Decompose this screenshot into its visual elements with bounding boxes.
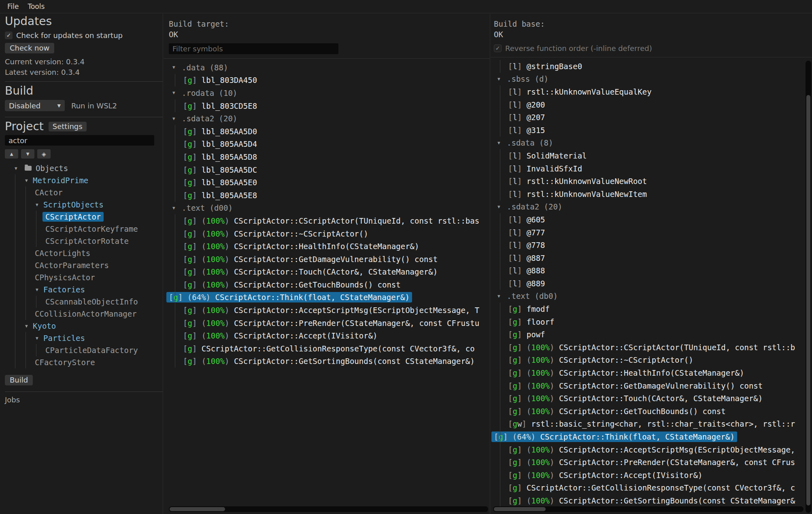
tree-item-Particles[interactable]: ▼Particles [5,332,163,344]
filter-symbols-input[interactable] [169,43,338,54]
symbol-row[interactable]: [g] lbl_803CD5E8 [169,99,490,112]
expand-triangle-icon[interactable]: ▼ [15,166,22,171]
symbol-row[interactable]: [g] CScriptActor::GetCollisionResponseTy… [494,482,812,495]
tree-item-Kyoto[interactable]: ▼Kyoto [5,320,163,332]
symbol-row[interactable]: [g] (100%) CScriptActor::HealthInfo(CSta… [494,366,812,379]
expand-triangle-icon[interactable]: ▼ [172,90,182,95]
symbol-row[interactable]: [l] SolidMaterial [494,149,812,162]
expand-triangle-icon[interactable]: ▼ [25,324,33,329]
symbol-row[interactable]: [g] lbl_803DA450 [169,74,490,87]
expand-triangle-icon[interactable]: ▼ [25,178,33,183]
base-vertical-scrollbar[interactable] [806,61,811,513]
tree-item-CScriptActor[interactable]: CScriptActor [5,211,163,223]
section-row[interactable]: ▼.data (88) [169,61,490,74]
symbol-row[interactable]: [g] powf [494,328,812,341]
scrollbar-thumb[interactable] [806,95,810,506]
symbol-row[interactable]: [g] (100%) CScriptActor::HealthInfo(CSta… [169,240,490,253]
symbol-row[interactable]: [g] lbl_805AA5D4 [169,138,490,151]
symbol-row[interactable]: [l] rstl::kUnknownValueNewItem [494,188,812,201]
expand-triangle-icon[interactable]: ▼ [172,65,182,70]
tree-item-CCollisionActorManager[interactable]: CCollisionActorManager [5,308,163,320]
check-now-button[interactable]: Check now [5,43,54,53]
tree-item-Objects[interactable]: ▼Objects [5,162,163,174]
symbol-row[interactable]: [g] (100%) CScriptActor::GetSortingBound… [169,355,490,368]
tree-item-Factories[interactable]: ▼Factories [5,283,163,296]
symbol-row[interactable]: [l] @605 [494,213,812,226]
symbol-row[interactable]: [g] (100%) CScriptActor::~CScriptActor() [494,354,812,367]
target-horizontal-scrollbar[interactable] [169,506,488,512]
symbol-row[interactable]: [g] (100%) CScriptActor::CScriptActor(TU… [494,341,812,354]
expand-triangle-icon[interactable]: ▼ [172,116,182,121]
symbol-row[interactable]: [l] @888 [494,264,812,277]
symbol-row[interactable]: [g] lbl_805AA5E0 [169,176,490,189]
tree-item-MetroidPrime[interactable]: ▼MetroidPrime [5,174,163,186]
expand-triangle-icon[interactable]: ▼ [497,204,507,209]
section-row[interactable]: ▼.sdata2 (20) [169,112,490,125]
build-mode-dropdown[interactable]: Disabled ▼ [5,100,65,111]
tree-item-ScriptObjects[interactable]: ▼ScriptObjects [5,199,163,211]
section-row[interactable]: ▼.rodata (10) [169,87,490,99]
symbol-row[interactable]: [l] InvalidSfxId [494,162,812,175]
symbol-row[interactable]: [g] (100%) CScriptActor::Accept(IVisitor… [169,329,490,342]
symbol-row[interactable]: [g] (100%) CScriptActor::GetSortingBound… [494,494,812,507]
scrollbar-thumb[interactable] [170,507,225,511]
symbol-row[interactable]: [l] @207 [494,111,812,124]
symbol-row[interactable]: [g] lbl_805AA5DC [169,163,490,176]
symbol-row[interactable]: [g] (100%) CScriptActor::AcceptScriptMsg… [169,304,490,317]
project-search-input[interactable] [5,135,154,146]
project-settings-button[interactable]: Settings [49,122,87,131]
symbol-row[interactable]: [g] (100%) CScriptActor::PreRender(CStat… [169,317,490,330]
tree-item-CScannableObjectInfo[interactable]: CScannableObjectInfo [5,296,163,308]
symbol-row[interactable]: [g] fmodf [494,302,812,315]
symbol-row[interactable]: [g] (64%) CScriptActor::Think(float, CSt… [494,430,812,443]
symbol-row[interactable]: [g] (100%) CScriptActor::GetTouchBounds(… [169,278,490,291]
symbol-row[interactable]: [g] lbl_805AA5D0 [169,125,490,138]
expand-triangle-icon[interactable]: ▼ [497,140,507,146]
symbol-row[interactable]: [gw] rstl::basic_string<char, rstl::char… [494,418,812,431]
symbol-row[interactable]: [l] @stringBase0 [494,60,812,73]
symbol-row[interactable]: [g] (100%) CScriptActor::PreRender(CStat… [494,456,812,469]
symbol-row[interactable]: [g] (100%) CScriptActor::AcceptScriptMsg… [494,443,812,456]
base-horizontal-scrollbar[interactable] [493,506,803,512]
expand-triangle-icon[interactable]: ▼ [497,294,507,299]
scrollbar-thumb[interactable] [494,507,546,511]
expand-triangle-icon[interactable]: ▼ [36,202,43,207]
symbol-row[interactable]: [l] @778 [494,239,812,252]
tree-item-CActorLights[interactable]: CActorLights [5,247,163,259]
symbol-row[interactable]: [l] rstl::kUnknownValueEqualKey [494,85,812,98]
symbol-row[interactable]: [l] @889 [494,277,812,290]
symbol-row[interactable]: [l] @887 [494,252,812,264]
tree-item-CPhysicsActor[interactable]: CPhysicsActor [5,271,163,283]
menu-tools[interactable]: Tools [28,2,45,11]
symbol-row[interactable]: [g] lbl_805AA5D8 [169,150,490,163]
symbol-row[interactable]: [g] floorf [494,315,812,328]
symbol-row[interactable]: [l] @200 [494,98,812,111]
update-startup-checkbox[interactable]: ✓ Check for updates on startup [5,31,163,40]
symbol-row[interactable]: [g] (100%) CScriptActor::Touch(CActor&, … [169,266,490,279]
section-row[interactable]: ▼.sbss (d) [494,73,812,86]
symbol-row[interactable]: [g] (100%) CScriptActor::CScriptActor(TU… [169,214,490,227]
section-row[interactable]: ▼.sdata (8) [494,137,812,150]
section-row[interactable]: ▼.sdata2 (20) [494,201,812,214]
symbol-row[interactable]: [g] (100%) CScriptActor::GetDamageVulner… [169,253,490,266]
prev-match-button[interactable]: ▲ [5,149,18,159]
symbol-row[interactable]: [l] @777 [494,226,812,239]
locate-button[interactable]: ◈ [37,149,51,159]
section-row[interactable]: ▼.text (db0) [494,290,812,303]
menu-file[interactable]: File [7,2,19,11]
tree-item-CParticleDataFactory[interactable]: CParticleDataFactory [5,344,163,356]
expand-triangle-icon[interactable]: ▼ [497,76,507,82]
symbol-row[interactable]: [g] CScriptActor::GetCollisionResponseTy… [169,342,490,355]
symbol-row[interactable]: [g] lbl_805AA5E8 [169,189,490,202]
symbol-row[interactable]: [g] (100%) CScriptActor::~CScriptActor() [169,227,490,240]
symbol-row[interactable]: [l] rstl::kUnknownValueNewRoot [494,175,812,188]
expand-triangle-icon[interactable]: ▼ [36,287,43,292]
tree-item-CScriptActorKeyframe[interactable]: CScriptActorKeyframe [5,223,163,235]
symbol-row[interactable]: [g] (64%) CScriptActor::Think(float, CSt… [169,291,490,304]
section-row[interactable]: ▼.text (d00) [169,202,490,215]
next-match-button[interactable]: ▼ [21,149,34,159]
expand-triangle-icon[interactable]: ▼ [172,205,182,211]
build-button[interactable]: Build [5,375,33,385]
expand-triangle-icon[interactable]: ▼ [36,336,43,341]
symbol-row[interactable]: [l] @315 [494,124,812,137]
